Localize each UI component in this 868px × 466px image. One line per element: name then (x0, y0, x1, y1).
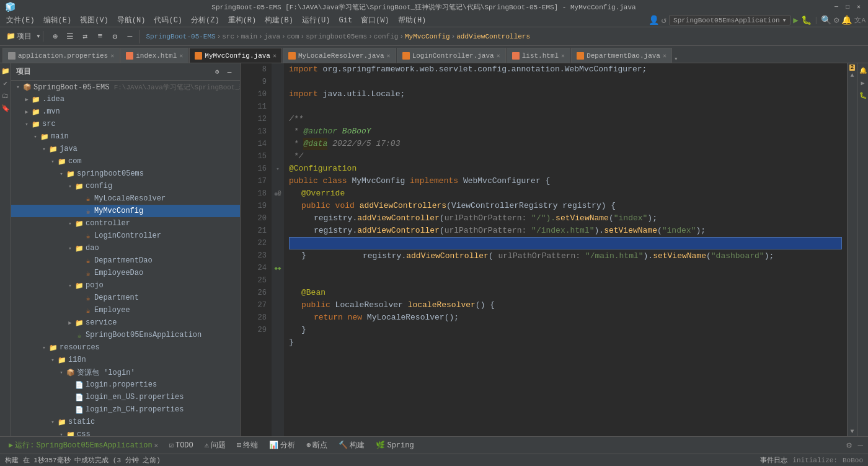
tab-overflow-arrow[interactable]: ▾ (674, 55, 678, 63)
menu-file[interactable]: 文件(E) (2, 14, 38, 27)
scroll-down-arrow[interactable]: ▼ (850, 428, 854, 435)
menu-code[interactable]: 代码(C) (150, 14, 186, 27)
code-editor[interactable]: import org.springframework.web.servlet.c… (284, 63, 847, 436)
tree-mylocaleresolver[interactable]: ☕ MyLocaleResolver (11, 192, 240, 205)
translate-icon[interactable]: 文A (854, 16, 866, 25)
tree-pojo[interactable]: ▾ 📁 pojo (11, 279, 240, 292)
run-close-icon[interactable]: ✕ (154, 442, 158, 449)
settings-icon[interactable]: ⚙ (834, 15, 839, 25)
event-log-btn[interactable]: 事件日志 (760, 455, 787, 465)
tree-mvn[interactable]: ▶ 📁 .mvn (11, 105, 240, 118)
tree-java[interactable]: ▾ 📁 java (11, 143, 240, 155)
minimize-button[interactable]: ─ (832, 2, 841, 11)
menu-view[interactable]: 视图(V) (76, 14, 112, 27)
tab-mymvcconfig[interactable]: MyMvcConfig.java ✕ (189, 48, 282, 63)
breadcrumb-part-7[interactable]: MyMvcConfig (405, 33, 450, 40)
tree-service[interactable]: ▶ 📁 service (11, 316, 240, 329)
debug-button[interactable]: 🐛 (801, 15, 812, 25)
menu-window[interactable]: 窗口(W) (357, 14, 393, 27)
lambda-icon-18[interactable]: @ (278, 190, 281, 197)
panel-gear-icon[interactable]: ⚙ (211, 66, 223, 78)
profile-icon[interactable]: 👤 (649, 15, 659, 25)
tab-close-index[interactable]: ✕ (179, 52, 183, 60)
expand-bottom-btn[interactable]: — (858, 441, 863, 450)
settings-bottom-btn[interactable]: ⚙ (846, 440, 851, 450)
vcs-icon[interactable]: ↺ (662, 15, 666, 25)
breadcrumb-part-5[interactable]: springboot05ems (306, 33, 367, 40)
search-everywhere-icon[interactable]: 🔍 (821, 15, 831, 25)
collapse-icon-16[interactable]: ▾ (276, 166, 279, 173)
tree-login-zh[interactable]: 📄 login_zh_CH.properties (11, 403, 240, 416)
breadcrumb-part-8[interactable]: addViewControllers (456, 33, 530, 40)
tab-logincontroller[interactable]: LoginController.java ✕ (397, 48, 506, 63)
project-label[interactable]: 项目 ▾ (17, 31, 40, 42)
menu-refactor[interactable]: 重构(R) (224, 14, 260, 27)
tab-mylocale[interactable]: MyLocaleResolver.java ✕ (283, 48, 396, 63)
spring-btn[interactable]: 🌿 Spring (372, 439, 417, 451)
menu-run[interactable]: 运行(U) (298, 14, 334, 27)
tree-src[interactable]: ▾ 📁 src (11, 118, 240, 130)
tree-css[interactable]: ▾ 📁 css (11, 428, 240, 436)
tree-static[interactable]: ▾ 📁 static (11, 416, 240, 428)
tree-main[interactable]: ▾ 📁 main (11, 130, 240, 143)
breadcrumb-part-1[interactable]: src (222, 33, 234, 40)
notifications-side-icon[interactable]: 🔔 (858, 66, 868, 76)
close-button[interactable]: ✕ (854, 2, 863, 11)
tree-employeedao[interactable]: ☕ EmployeeDao (11, 267, 240, 279)
tree-departmentdao[interactable]: ☕ DepartmentDao (11, 254, 240, 267)
run-config-dropdown[interactable]: ▾ (782, 16, 787, 24)
scroll-up-arrow[interactable]: ▲ (850, 72, 854, 79)
menu-git[interactable]: Git (335, 15, 356, 26)
run-side-icon[interactable]: ▶ (858, 78, 868, 88)
breadcrumb-part-4[interactable]: com (287, 33, 299, 40)
project-side-icon[interactable]: 📁 (1, 66, 11, 76)
tree-controller[interactable]: ▾ 📁 controller (11, 217, 240, 230)
sync-icon[interactable]: ⊕ (48, 30, 62, 43)
tree-dao[interactable]: ▾ 📁 dao (11, 242, 240, 254)
tree-springboot05ems[interactable]: ▾ 📁 springboot05ems (11, 168, 240, 180)
structure-side-icon[interactable]: 🗂 (1, 91, 11, 101)
menu-navigate[interactable]: 导航(N) (113, 14, 149, 27)
tree-login-en[interactable]: 📄 login_en_US.properties (11, 391, 240, 403)
todo-btn[interactable]: ☑ TODO (166, 439, 197, 451)
debug-side-icon[interactable]: 🐛 (858, 91, 868, 101)
tab-close-application[interactable]: ✕ (110, 52, 114, 60)
tab-close-list[interactable]: ✕ (561, 52, 565, 60)
breakpoints-btn[interactable]: ⊛ 断点 (303, 439, 331, 452)
tab-index-html[interactable]: index.html ✕ (120, 48, 188, 63)
close-panel-icon[interactable]: — (123, 30, 136, 43)
breadcrumb-part-2[interactable]: main (241, 33, 257, 40)
tree-resources[interactable]: ▾ 📁 resources (11, 341, 240, 354)
menu-edit[interactable]: 编辑(E) (40, 14, 76, 27)
tree-root[interactable]: ▾ 📦 SpringBoot-05-EMS F:\JAVA\Java学习笔记\S… (11, 81, 240, 93)
build-btn[interactable]: 🔨 构建 (335, 439, 368, 452)
tree-login-props[interactable]: 📄 login.properties (11, 379, 240, 391)
tree-logincontroller[interactable]: ☕ LoginController (11, 230, 240, 242)
tab-application-properties[interactable]: application.properties ✕ (2, 48, 120, 63)
tree-idea[interactable]: ▶ 📁 .idea (11, 93, 240, 105)
tab-close-dept[interactable]: ✕ (663, 52, 666, 60)
breadcrumb-part-3[interactable]: java (264, 33, 280, 40)
panel-close-icon[interactable]: — (224, 66, 235, 78)
maximize-button[interactable]: □ (843, 2, 852, 11)
run-button[interactable]: ▶ (793, 15, 798, 25)
problems-btn[interactable]: ⚠ 问题 (201, 439, 229, 452)
bean-icon-24b[interactable]: ◆ (278, 265, 281, 272)
menu-help[interactable]: 帮助(H) (394, 14, 430, 27)
breadcrumb-part-0[interactable]: SpringBoot-05-EMS (146, 33, 215, 40)
config-icon[interactable]: ⚙ (108, 30, 122, 43)
structure-icon[interactable]: ☰ (63, 30, 77, 43)
menu-build[interactable]: 构建(B) (261, 14, 297, 27)
tab-close-mylocale[interactable]: ✕ (387, 52, 391, 60)
tree-department[interactable]: ☕ Department (11, 292, 240, 304)
bookmark-side-icon[interactable]: 🔖 (1, 103, 11, 113)
tab-close-mymvc[interactable]: ✕ (273, 52, 277, 60)
tab-close-login[interactable]: ✕ (497, 52, 500, 60)
tree-config[interactable]: ▾ 📁 config (11, 180, 240, 192)
breadcrumb-part-6[interactable]: config (374, 33, 399, 40)
run-bottom-btn[interactable]: ▶ 运行: SpringBoot05EmsApplication ✕ (5, 439, 162, 452)
menu-analyze[interactable]: 分析(Z) (187, 14, 223, 27)
hide-icon[interactable]: ≡ (93, 30, 107, 43)
tree-employee[interactable]: ☕ Employee (11, 304, 240, 316)
tree-mymvcconfig[interactable]: ☕ MyMvcConfig (11, 205, 240, 217)
